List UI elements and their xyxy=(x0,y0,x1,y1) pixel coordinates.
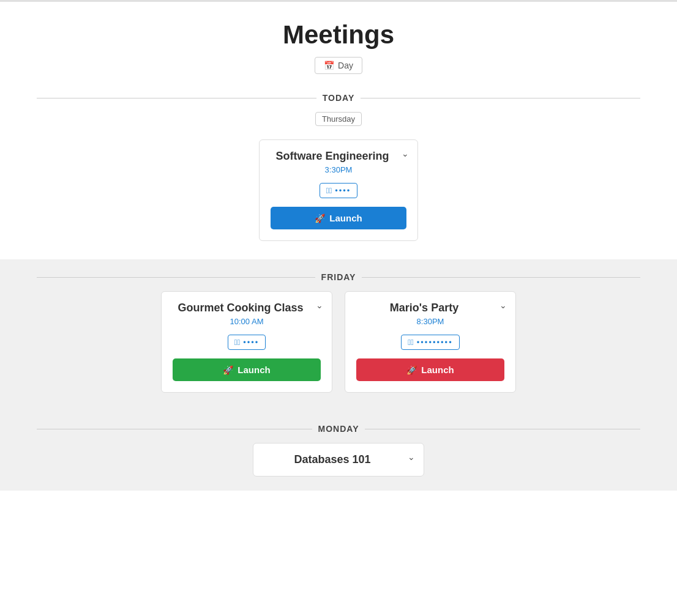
chevron-down-icon-gourmet[interactable]: ⌄ xyxy=(316,300,323,310)
meeting-title-software-engineering: Software Engineering xyxy=(271,150,406,163)
meeting-title-gourmet: Gourmet Cooking Class xyxy=(173,302,321,314)
today-label: TODAY xyxy=(316,93,361,103)
friday-cards: ⌄ Gourmet Cooking Class 10:00 AM 👁̸ ••••… xyxy=(37,291,640,393)
password-dots-software-engineering: •••• xyxy=(335,186,351,195)
password-row-gourmet: 👁̸ •••• xyxy=(173,335,321,350)
rocket-icon-gourmet: 🚀 xyxy=(223,365,233,375)
day-button-label: Day xyxy=(338,61,353,70)
meeting-card-marios-party: ⌄ Mario's Party 8:30PM 👁̸ ••••••••• 🚀 La… xyxy=(345,291,516,393)
password-row-marios: 👁̸ ••••••••• xyxy=(356,335,504,350)
password-badge-gourmet[interactable]: 👁̸ •••• xyxy=(228,335,266,350)
meeting-time-marios: 8:30PM xyxy=(356,317,504,326)
launch-button-marios[interactable]: 🚀 Launch xyxy=(356,358,504,381)
meeting-title-marios: Mario's Party xyxy=(356,302,504,314)
chevron-down-icon-marios[interactable]: ⌄ xyxy=(499,300,507,310)
meeting-title-databases: Databases 101 xyxy=(264,453,413,466)
rocket-icon-marios: 🚀 xyxy=(406,365,417,375)
eye-slash-icon-marios: 👁̸ xyxy=(408,338,414,347)
chevron-down-icon[interactable]: ⌄ xyxy=(402,149,409,158)
thursday-badge[interactable]: Thursday xyxy=(315,112,362,126)
monday-section: MONDAY ⌄ Databases 101 xyxy=(0,411,677,491)
today-cards: ⌄ Software Engineering 3:30PM 👁̸ •••• 🚀 … xyxy=(37,139,640,241)
meeting-time-gourmet: 10:00 AM xyxy=(173,317,321,326)
monday-label: MONDAY xyxy=(312,424,365,434)
password-row-software-engineering: 👁̸ •••• xyxy=(271,183,406,198)
today-section-header: TODAY xyxy=(37,92,640,103)
today-section: TODAY Thursday ⌄ Software Engineering 3:… xyxy=(0,80,677,259)
friday-section-header: FRIDAY xyxy=(37,272,640,283)
day-view-button[interactable]: 📅 Day xyxy=(315,57,362,74)
meeting-card-databases: ⌄ Databases 101 xyxy=(253,443,424,477)
password-dots-gourmet: •••• xyxy=(243,338,259,347)
launch-label-marios: Launch xyxy=(421,365,454,375)
friday-section: FRIDAY ⌄ Gourmet Cooking Class 10:00 AM … xyxy=(0,259,677,411)
password-badge-software-engineering[interactable]: 👁̸ •••• xyxy=(320,183,358,198)
eye-slash-icon: 👁̸ xyxy=(326,186,332,195)
meeting-card-gourmet-cooking: ⌄ Gourmet Cooking Class 10:00 AM 👁̸ ••••… xyxy=(161,291,332,393)
meeting-card-software-engineering: ⌄ Software Engineering 3:30PM 👁̸ •••• 🚀 … xyxy=(259,139,418,241)
chevron-down-icon-databases[interactable]: ⌄ xyxy=(408,452,415,462)
password-dots-marios: ••••••••• xyxy=(417,338,453,347)
launch-label-software-engineering: Launch xyxy=(329,213,362,223)
password-badge-marios[interactable]: 👁̸ ••••••••• xyxy=(401,335,459,350)
eye-slash-icon-gourmet: 👁̸ xyxy=(234,338,241,347)
launch-button-gourmet[interactable]: 🚀 Launch xyxy=(173,358,321,381)
rocket-icon: 🚀 xyxy=(315,213,325,223)
calendar-icon: 📅 xyxy=(324,61,334,70)
launch-button-software-engineering[interactable]: 🚀 Launch xyxy=(271,207,406,229)
launch-label-gourmet: Launch xyxy=(238,365,270,375)
friday-label: FRIDAY xyxy=(315,272,362,282)
monday-section-header: MONDAY xyxy=(37,423,640,434)
monday-cards: ⌄ Databases 101 xyxy=(37,443,640,477)
page-header: Meetings 📅 Day xyxy=(0,2,677,80)
page-title: Meetings xyxy=(0,20,677,50)
meeting-time-software-engineering: 3:30PM xyxy=(271,165,406,174)
